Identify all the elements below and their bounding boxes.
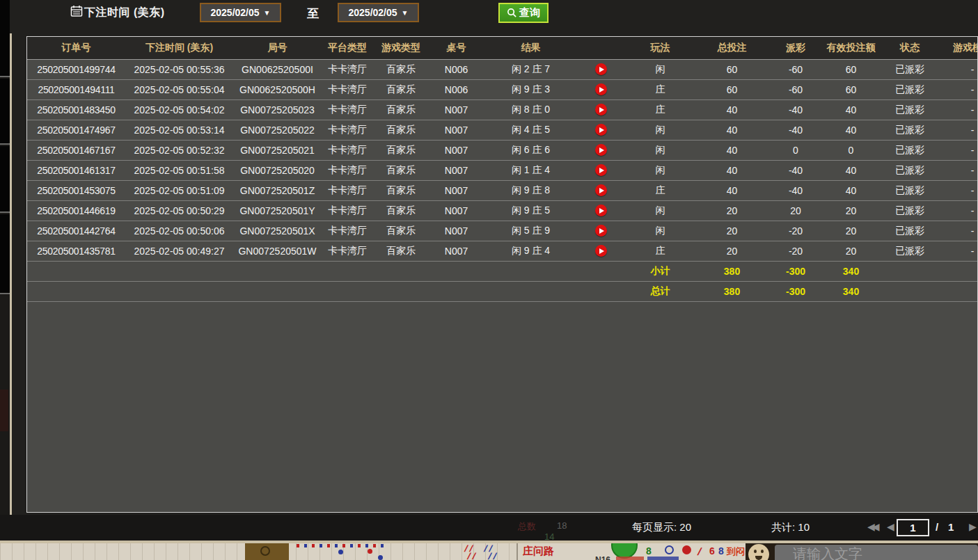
query-button[interactable]: 查询 <box>498 3 549 23</box>
cell-valid-bet: 0 <box>823 140 878 160</box>
road-tick <box>373 544 376 547</box>
cell-game-type: 百家乐 <box>373 140 429 160</box>
replay-play-icon[interactable] <box>595 83 607 95</box>
cell-total-bet: 20 <box>696 221 768 241</box>
cell-order-id: 250205001442764 <box>27 221 125 241</box>
replay-play-icon[interactable] <box>595 205 607 216</box>
cell-bet-time: 2025-02-05 00:50:06 <box>125 221 233 241</box>
cell-platform: 卡卡湾厅 <box>322 120 373 140</box>
background-game-strip: / / / / / / / / 庄问路 8 / 6 8 到闷! N16 <box>0 543 978 560</box>
cell-table-no: N007 <box>429 221 484 241</box>
cell-game-type: 百家乐 <box>373 180 429 200</box>
road-number-blue: 8 <box>718 545 724 557</box>
cell-empty <box>578 261 624 281</box>
cell-status: 已派彩 <box>878 180 941 200</box>
cell-empty <box>27 261 125 281</box>
cell-game-type: 百家乐 <box>373 99 429 120</box>
cell-table-no: N007 <box>429 180 484 200</box>
date-to-select[interactable]: 2025/02/05 ▼ <box>338 3 419 22</box>
cell-empty <box>322 261 373 281</box>
cell-result: 闲 9 庄 3 <box>484 79 578 99</box>
page-number-input[interactable] <box>897 519 929 536</box>
cell-bet-time: 2025-02-05 00:55:36 <box>125 59 233 79</box>
cell-game-mode: - <box>941 160 978 180</box>
road-tick <box>381 544 384 547</box>
cell-empty <box>373 281 429 301</box>
prev-page-icon[interactable]: ◀ <box>887 521 892 532</box>
table-row: 2502050014427642025-02-05 00:50:06GN0072… <box>27 221 978 241</box>
cell-bet-type: 庄 <box>624 180 696 200</box>
column-header-8: 玩法 <box>624 37 696 59</box>
emoji-button[interactable] <box>748 544 769 560</box>
cell-order-id: 250205001467167 <box>27 140 125 160</box>
cell-bet-time: 2025-02-05 00:54:02 <box>125 99 233 120</box>
date-from-value: 2025/02/05 <box>211 7 260 18</box>
cell-replay <box>578 221 624 241</box>
bet-time-label: 下注时间 (美东) <box>84 6 165 20</box>
cell-total-bet: 40 <box>696 120 768 140</box>
cell-payout: -20 <box>768 221 823 241</box>
first-page-icon[interactable]: ◀◀ <box>867 521 877 532</box>
page-total: 1 <box>948 521 954 533</box>
pagination-bar: 总数 18 14 每页显示: 20 共计: 10 ◀◀ ◀ / 1 ▶ <box>0 515 978 541</box>
cell-replay <box>578 140 624 160</box>
road-tick <box>342 544 345 547</box>
cell-bet-type: 闲 <box>624 120 696 140</box>
replay-play-icon[interactable] <box>595 104 607 115</box>
table-row: 2502050014997442025-02-05 00:55:36GN0062… <box>27 59 978 79</box>
cell-round-id: GN00725205020 <box>233 160 322 180</box>
query-button-label: 查询 <box>519 6 540 19</box>
calendar-icon <box>70 5 83 20</box>
date-from-select[interactable]: 2025/02/05 ▼ <box>200 3 281 22</box>
cell-replay <box>578 59 624 79</box>
road-tick <box>320 544 322 547</box>
road-dot-blue <box>338 550 343 554</box>
cell-order-id: 250205001474967 <box>27 120 125 140</box>
cell-bet-time: 2025-02-05 00:55:04 <box>125 79 233 99</box>
background-cell <box>0 214 10 294</box>
replay-play-icon[interactable] <box>595 184 607 196</box>
chat-input[interactable] <box>775 545 978 560</box>
column-header-1: 下注时间 (美东) <box>125 37 233 59</box>
grand-total-row: 总计380-300340 <box>27 281 978 301</box>
replay-play-icon[interactable] <box>595 63 607 75</box>
grand-total-total-bet: 380 <box>696 281 768 301</box>
cell-valid-bet: 40 <box>823 180 878 200</box>
cell-game-mode: - <box>941 241 978 261</box>
cell-status: 已派彩 <box>878 140 941 160</box>
cell-valid-bet: 40 <box>823 120 878 140</box>
road-tick <box>335 544 338 547</box>
cell-replay <box>578 120 624 140</box>
grand-total-valid-bet: 340 <box>823 281 878 301</box>
cell-table-no: N007 <box>429 200 484 221</box>
replay-play-icon[interactable] <box>595 164 607 176</box>
cell-table-no: N007 <box>429 120 484 140</box>
next-page-icon[interactable]: ▶ <box>969 521 974 532</box>
cell-table-no: N007 <box>429 99 484 120</box>
cell-valid-bet: 20 <box>823 221 878 241</box>
table-row: 2502050014941112025-02-05 00:55:04GN0062… <box>27 79 978 99</box>
cell-payout: -20 <box>768 241 823 261</box>
cell-payout: -40 <box>768 99 823 120</box>
cell-platform: 卡卡湾厅 <box>322 241 373 261</box>
cell-total-bet: 40 <box>696 180 768 200</box>
cell-result: 闲 9 庄 5 <box>484 200 578 221</box>
replay-play-icon[interactable] <box>595 124 607 136</box>
stat-smudge-red <box>616 557 644 560</box>
column-header-6: 结果 <box>484 37 578 59</box>
cell-result: 闲 4 庄 5 <box>484 120 578 140</box>
column-header-12: 状态 <box>878 37 941 59</box>
replay-play-icon[interactable] <box>595 225 607 237</box>
cell-valid-bet: 40 <box>823 160 878 180</box>
cell-replay <box>578 160 624 180</box>
cell-round-id: GN0072520501Y <box>233 200 322 221</box>
cell-platform: 卡卡湾厅 <box>322 79 373 99</box>
replay-play-icon[interactable] <box>595 245 607 257</box>
column-header-11: 有效投注额 <box>823 37 878 59</box>
road-tick <box>312 544 315 547</box>
replay-play-icon[interactable] <box>595 144 607 156</box>
cell-valid-bet: 40 <box>823 99 878 120</box>
cell-empty <box>429 281 484 301</box>
cell-platform: 卡卡湾厅 <box>322 99 373 120</box>
cell-payout: -40 <box>768 160 823 180</box>
